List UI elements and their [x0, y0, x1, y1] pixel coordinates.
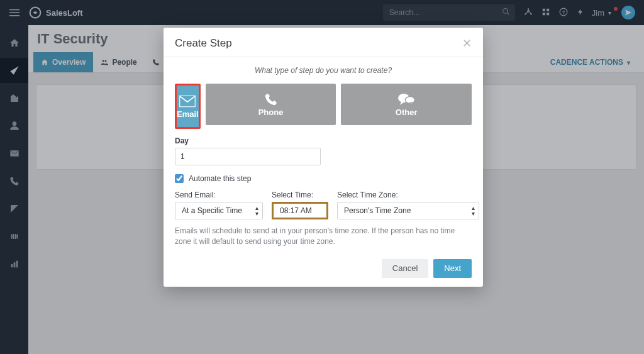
create-step-modal: Create Step ✕ What type of step do you w…	[164, 28, 483, 287]
helper-text: Emails will schedule to send at in your …	[175, 226, 472, 248]
step-type-phone[interactable]: Phone	[206, 84, 336, 125]
phone-icon	[262, 92, 280, 106]
send-email-label: Send Email:	[175, 191, 263, 199]
schedule-row: Send Email: At a Specific Time ▴▾ Select…	[175, 191, 472, 219]
step-type-phone-label: Phone	[258, 108, 284, 117]
automate-row: Automate this step	[175, 174, 472, 183]
send-email-select[interactable]: At a Specific Time ▴▾	[175, 202, 263, 219]
select-tz-label: Select Time Zone:	[337, 191, 479, 199]
day-label: Day	[175, 136, 472, 145]
step-type-email[interactable]: Email	[177, 86, 199, 127]
cancel-button[interactable]: Cancel	[382, 259, 428, 278]
select-caret-icon: ▴▾	[255, 205, 258, 216]
step-type-email-label: Email	[177, 109, 199, 119]
modal-footer: Cancel Next	[164, 252, 483, 287]
chat-icon	[397, 92, 415, 106]
envelope-icon	[179, 94, 196, 108]
select-caret-icon: ▴▾	[472, 205, 475, 216]
step-type-other[interactable]: Other	[341, 84, 472, 125]
select-time-label: Select Time:	[272, 191, 328, 199]
close-icon[interactable]: ✕	[462, 36, 472, 50]
next-button[interactable]: Next	[433, 259, 472, 278]
select-tz-value: Person's Time Zone	[344, 206, 411, 215]
select-time-value: 08:17 AM	[280, 206, 312, 215]
svg-point-17	[406, 96, 415, 103]
select-time-input[interactable]: 08:17 AM	[272, 202, 328, 219]
automate-checkbox[interactable]	[175, 174, 184, 183]
step-type-other-label: Other	[396, 108, 418, 117]
modal-body: What type of step do you want to create?…	[164, 57, 483, 252]
send-email-value: At a Specific Time	[182, 206, 242, 215]
step-type-email-highlight: Email	[175, 84, 201, 129]
modal-title: Create Step	[175, 37, 232, 50]
select-tz-select[interactable]: Person's Time Zone ▴▾	[337, 202, 479, 219]
day-input[interactable]	[175, 148, 321, 165]
step-type-selector: Email Phone Other	[175, 84, 472, 129]
automate-label[interactable]: Automate this step	[189, 174, 251, 183]
modal-prompt: What type of step do you want to create?	[175, 66, 472, 75]
modal-header: Create Step ✕	[164, 28, 483, 57]
